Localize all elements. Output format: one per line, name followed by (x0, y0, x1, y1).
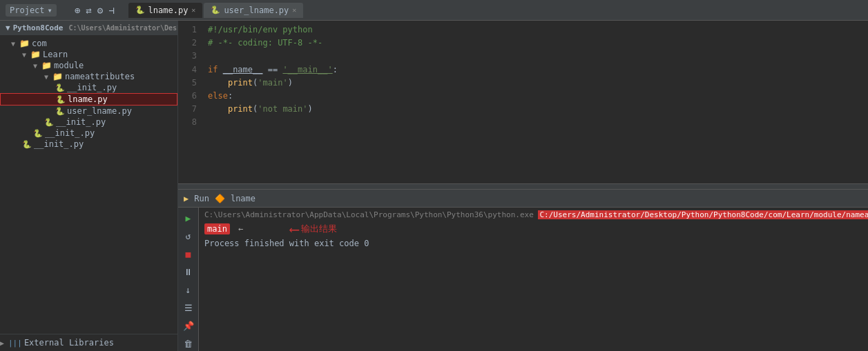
run-pause-button[interactable]: ⏸ (181, 264, 196, 279)
file-icon-user-lname: 🐍 (211, 6, 220, 14)
tree-item-learn[interactable]: ▼ 📁 Learn (0, 49, 177, 60)
folder-icon-nameattr: 📁 (52, 72, 63, 81)
file-icon-init4: 🐍 (22, 140, 32, 149)
main-layout: ▼ Python8Code C:\Users\Administrator\Des… (0, 21, 868, 351)
run-trash-button[interactable]: 🗑 (181, 336, 196, 351)
line-numbers: 1 2 3 4 5 6 7 8 (178, 23, 202, 181)
arrow-right-icon: ← (238, 224, 243, 234)
code-area: 1 2 3 4 5 6 7 8 #!/usr/bin/env python # … (178, 21, 868, 351)
code-content[interactable]: #!/usr/bin/env python # -*- coding: UTF-… (202, 23, 868, 181)
folder-icon-com: 📁 (19, 39, 30, 48)
tree-label-init3: __init_.py (45, 128, 95, 138)
ext-lib-label: External Libraries (24, 338, 114, 348)
project-dropdown[interactable]: Project ▾ (6, 4, 57, 17)
tree-item-ext-lib[interactable]: ▶ ||| External Libraries (0, 337, 177, 348)
tab-user-lname[interactable]: 🐍 user_lname.py ✕ (204, 3, 303, 18)
tree-item-init2[interactable]: 🐍 __init_.py (0, 117, 177, 128)
collapse-icon: ▼ (6, 23, 10, 32)
file-icon-lname: 🐍 (135, 6, 145, 14)
tab-lname[interactable]: 🐍 lname.py ✕ (128, 3, 203, 18)
run-output: C:\Users\Administrator\AppData\Local\Pro… (199, 208, 868, 351)
ext-libraries[interactable]: ▶ ||| External Libraries (0, 334, 177, 351)
tree-label-init2: __init_.py (56, 117, 106, 127)
annotation-arrow-icon: ⟵ (290, 221, 298, 237)
tree-item-init1[interactable]: 🐍 __init_.py (0, 82, 177, 93)
run-rerun-button[interactable]: ↺ (181, 228, 196, 243)
output-main: main ← ⟵ 输出结果 (204, 221, 868, 237)
chevron-down-icon-learn: ▼ (22, 51, 30, 59)
code-str-main: 'main' (258, 78, 287, 88)
settings-icon[interactable]: ⊕ (75, 5, 80, 16)
run-play-icon: ▶ (184, 194, 189, 203)
gear-icon[interactable]: ⚙ (97, 5, 103, 16)
tree-item-module[interactable]: ▼ 📁 module (0, 60, 177, 71)
chevron-down-icon-module: ▼ (33, 62, 41, 70)
tree-label-init4: __init_.py (34, 139, 84, 149)
chevron-right-icon: ▶ (0, 339, 8, 347)
tree-item-init3[interactable]: 🐍 __init_.py (0, 128, 177, 139)
cmd-highlight: C:/Users/Administrator/Desktop/Python/Py… (538, 210, 868, 219)
title-bar: Project ▾ ⊕ ⇄ ⚙ ⊣ 🐍 lname.py ✕ 🐍 user_ln… (0, 0, 868, 21)
code-str-not-main: 'not main' (258, 104, 307, 114)
code-print-1: print (228, 78, 253, 88)
tree-label-module: module (54, 61, 84, 70)
tabs-bar: 🐍 lname.py ✕ 🐍 user_lname.py ✕ (128, 3, 305, 18)
tree-item-user-lname[interactable]: 🐍 user_lname.py (0, 106, 177, 117)
line-num-7: 7 (178, 103, 197, 116)
run-separator: 🔶 (215, 194, 225, 203)
cmd-line: C:\Users\Administrator\AppData\Local\Pro… (204, 210, 868, 219)
code-line-2-cmt: # -*- coding: UTF-8 -*- (208, 38, 322, 48)
run-step-button[interactable]: ↓ (181, 282, 196, 297)
sidebar-project-name: Python8Code (13, 23, 64, 32)
file-icon-init2: 🐍 (44, 118, 54, 127)
line-num-2: 2 (178, 37, 197, 50)
run-header: ▶ Run 🔶 lname (178, 190, 868, 208)
tree-label-nameattr: nameattributes (65, 72, 135, 81)
tree-item-lname[interactable]: 🐍 lname.py (0, 93, 177, 106)
chevron-down-icon: ▼ (11, 40, 19, 48)
line-num-8: 8 (178, 116, 197, 129)
code-print-2: print (228, 104, 253, 114)
code-if: if (208, 65, 218, 74)
line-num-3: 3 (178, 50, 197, 63)
run-file-label: lname (231, 194, 255, 203)
annotation-area: ⟵ 输出结果 (290, 221, 337, 237)
file-icon-lname-tree: 🐍 (56, 95, 66, 104)
output-value: main (204, 223, 230, 234)
line-num-1: 1 (178, 23, 197, 37)
code-line-1-cmt: #!/usr/bin/env python (208, 25, 313, 34)
tree-item-nameattributes[interactable]: ▼ 📁 nameattributes (0, 71, 177, 82)
tree-label-learn: Learn (43, 50, 68, 59)
tab-lname-close[interactable]: ✕ (191, 6, 195, 14)
folder-icon-module: 📁 (41, 61, 52, 70)
sidebar-header: ▼ Python8Code C:\Users\Administrator\Des… (0, 21, 177, 35)
tab-user-lname-label: user_lname.py (224, 6, 289, 15)
file-icon-user-lname-tree: 🐍 (55, 107, 65, 116)
tree-area: ▼ 📁 com ▼ 📁 Learn ▼ 📁 module (0, 35, 177, 334)
sidebar: ▼ Python8Code C:\Users\Administrator\Des… (0, 21, 178, 351)
line-num-6: 6 (178, 90, 197, 103)
dropdown-arrow-icon: ▾ (48, 6, 52, 15)
run-pin-button[interactable]: 📌 (181, 318, 196, 333)
lib-icon: ||| (8, 339, 22, 348)
sidebar-path: C:\Users\Administrator\Desktop\Pyt (68, 24, 178, 32)
cmd-path: C:\Users\Administrator\AppData\Local\Pro… (204, 210, 534, 219)
run-settings-button[interactable]: ☰ (181, 300, 196, 315)
tree-label-lname: lname.py (68, 94, 108, 104)
arrow-icon[interactable]: ⊣ (108, 5, 114, 16)
exit-line: Process finished with exit code 0 (204, 239, 868, 248)
run-play-button[interactable]: ▶ (181, 210, 196, 225)
sync-icon[interactable]: ⇄ (86, 5, 91, 16)
code-editor: 1 2 3 4 5 6 7 8 #!/usr/bin/env python # … (178, 21, 868, 183)
tree-item-com[interactable]: ▼ 📁 com (0, 38, 177, 49)
tree-item-init4[interactable]: 🐍 __init_.py (0, 139, 177, 150)
horizontal-scrollbar[interactable] (178, 183, 868, 189)
run-title: Run (194, 194, 209, 203)
run-stop-button[interactable]: ■ (181, 246, 196, 261)
project-label: Project (10, 6, 45, 15)
file-icon-init3: 🐍 (33, 129, 43, 138)
tab-user-lname-close[interactable]: ✕ (292, 6, 296, 14)
tree-label-user-lname: user_lname.py (67, 106, 132, 116)
run-body: ▶ ↺ ■ ⏸ ↓ ☰ 📌 🗑 C:\Users\Administrator\A… (178, 208, 868, 351)
code-else: else (208, 91, 228, 101)
